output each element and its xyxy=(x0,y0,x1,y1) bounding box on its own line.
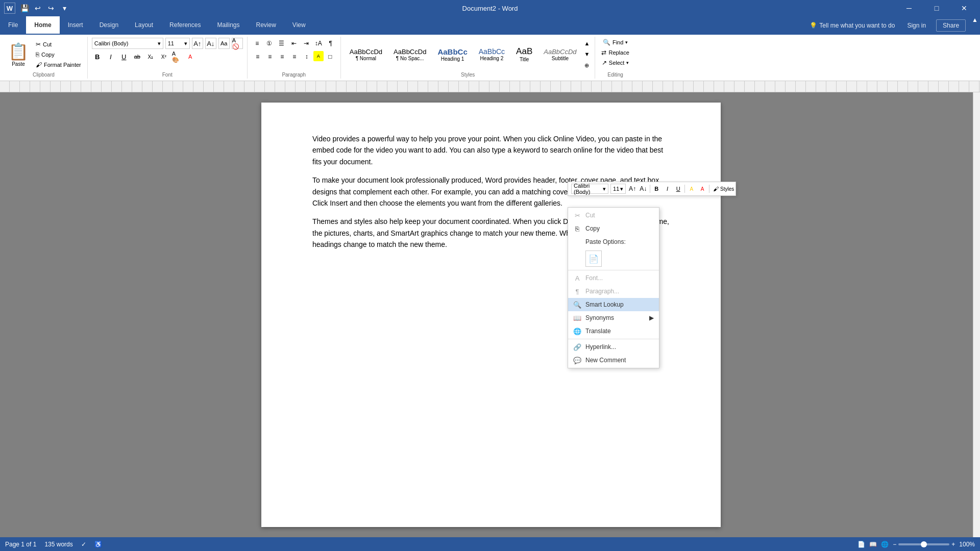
superscript-button[interactable]: X² xyxy=(158,51,169,62)
font-color-button[interactable]: A xyxy=(185,51,196,62)
mini-bold[interactable]: B xyxy=(652,184,661,194)
multilevel-button[interactable]: ☰ xyxy=(276,38,287,49)
style-heading1[interactable]: AaBbCc Heading 1 xyxy=(433,45,472,64)
replace-button[interactable]: ⇄ Replace xyxy=(599,48,631,57)
save-qat-button[interactable]: 💾 xyxy=(18,2,31,14)
highlight-button[interactable]: A🎨 xyxy=(172,51,183,62)
sign-in-button[interactable]: Sign in xyxy=(901,16,932,35)
ribbon-collapse-button[interactable]: ▲ xyxy=(970,16,980,35)
font-name-selector[interactable]: Calibri (Body) ▾ xyxy=(92,38,163,49)
cut-button[interactable]: ✂ Cut xyxy=(34,40,83,49)
zoom-out-button[interactable]: − xyxy=(893,541,896,548)
styles-scroll-up[interactable]: ▲ xyxy=(583,39,591,47)
ctx-paragraph[interactable]: ¶ Paragraph... xyxy=(568,285,659,298)
zoom-in-button[interactable]: + xyxy=(951,541,955,548)
tab-file[interactable]: File xyxy=(0,16,26,35)
align-right-button[interactable]: ≡ xyxy=(277,51,288,62)
tab-references[interactable]: References xyxy=(161,16,209,35)
replace-label: Replace xyxy=(608,49,629,56)
zoom-slider[interactable] xyxy=(898,543,949,545)
style-heading2[interactable]: AaBbCc Heading 2 xyxy=(474,45,509,64)
mini-font-size[interactable]: 11 ▾ xyxy=(610,184,626,194)
ctx-new-comment[interactable]: 💬 New Comment xyxy=(568,354,659,367)
style-no-space[interactable]: AaBbCcDd ¶ No Spac... xyxy=(389,45,431,64)
shading-button[interactable]: A xyxy=(313,51,324,61)
mini-increase-font[interactable]: A↑ xyxy=(628,184,636,194)
style-normal[interactable]: AaBbCcDd ¶ Normal xyxy=(345,45,387,64)
styles-more-button[interactable]: ⊕ xyxy=(583,61,591,70)
increase-font-button[interactable]: A↑ xyxy=(192,38,203,49)
mini-font-color[interactable]: A xyxy=(698,184,706,194)
editing-group: 🔍 Find ▾ ⇄ Replace ↗ Select ▾ Editing xyxy=(595,37,635,79)
decrease-font-button[interactable]: A↓ xyxy=(205,38,216,49)
tab-home[interactable]: Home xyxy=(26,16,59,35)
tab-layout[interactable]: Layout xyxy=(127,16,161,35)
tab-insert[interactable]: Insert xyxy=(60,16,91,35)
style-title[interactable]: AaB Title xyxy=(511,44,537,65)
mini-font-name[interactable]: Calibri (Body) ▾ xyxy=(571,184,608,194)
subscript-button[interactable]: X₂ xyxy=(145,51,156,62)
font-size-selector[interactable]: 11 ▾ xyxy=(165,38,190,49)
borders-button[interactable]: □ xyxy=(325,51,336,62)
find-label: Find xyxy=(612,39,623,45)
ctx-smart-lookup[interactable]: 🔍 Smart Lookup xyxy=(568,298,659,311)
format-painter-button[interactable]: 🖌 Format Painter xyxy=(34,60,83,69)
bullets-button[interactable]: ≡ xyxy=(252,38,263,49)
ctx-copy[interactable]: ⎘ Copy xyxy=(568,222,659,235)
ctx-synonyms[interactable]: 📖 Synonyms ▶ xyxy=(568,311,659,324)
ctx-paragraph-label: Paragraph... xyxy=(585,288,619,295)
ctx-new-comment-label: New Comment xyxy=(585,357,626,364)
italic-button[interactable]: I xyxy=(105,51,116,62)
close-button[interactable]: ✕ xyxy=(952,0,976,16)
paste-button[interactable]: 📋 Paste xyxy=(4,41,33,68)
underline-button[interactable]: U xyxy=(118,51,130,62)
undo-qat-button[interactable]: ↩ xyxy=(32,2,44,14)
layout-web-icon[interactable]: 🌐 xyxy=(881,541,889,548)
show-para-button[interactable]: ¶ xyxy=(325,38,336,49)
line-spacing-button[interactable]: ↕ xyxy=(301,51,312,62)
tab-review[interactable]: Review xyxy=(248,16,284,35)
align-center-button[interactable]: ≡ xyxy=(264,51,276,62)
bold-button[interactable]: B xyxy=(92,51,103,62)
layout-normal-icon[interactable]: 📄 xyxy=(857,541,865,548)
select-button[interactable]: ↗ Select ▾ xyxy=(600,58,631,67)
mini-italic[interactable]: I xyxy=(663,184,672,194)
share-button[interactable]: Share xyxy=(936,19,966,32)
tell-me-box[interactable]: 💡 Tell me what you want to do xyxy=(803,16,901,35)
mini-underline[interactable]: U xyxy=(674,184,682,194)
increase-indent-button[interactable]: ⇥ xyxy=(301,38,312,49)
minimize-button[interactable]: ─ xyxy=(897,0,921,16)
redo-qat-button[interactable]: ↪ xyxy=(45,2,57,14)
mini-decrease-font[interactable]: A↓ xyxy=(639,184,648,194)
right-scrollbar[interactable] xyxy=(973,92,980,537)
tab-mailings[interactable]: Mailings xyxy=(209,16,248,35)
copy-button[interactable]: ⎘ Copy xyxy=(34,50,83,59)
tab-design[interactable]: Design xyxy=(91,16,127,35)
ctx-translate[interactable]: 🌐 Translate xyxy=(568,324,659,338)
maximize-button[interactable]: □ xyxy=(925,0,948,16)
qat-dropdown-button[interactable]: ▾ xyxy=(58,2,70,14)
style-subtitle[interactable]: AaBbCcDd Subtitle xyxy=(539,45,581,64)
styles-scroll-down[interactable]: ▼ xyxy=(583,50,591,58)
tab-view[interactable]: View xyxy=(284,16,314,35)
align-left-button[interactable]: ≡ xyxy=(252,51,263,62)
mini-highlight[interactable]: A xyxy=(687,184,696,194)
numbering-button[interactable]: ① xyxy=(264,38,275,49)
mini-format-painter[interactable]: 🖌 xyxy=(711,184,720,194)
justify-button[interactable]: ≡ xyxy=(289,51,300,62)
decrease-indent-button[interactable]: ⇤ xyxy=(288,38,300,49)
font-group: Calibri (Body) ▾ 11 ▾ A↑ A↓ Aa A🚫 B I U xyxy=(88,37,248,79)
layout-reading-icon[interactable]: 📖 xyxy=(869,541,877,548)
clear-formatting-button[interactable]: A🚫 xyxy=(232,38,243,49)
accessibility-icon[interactable]: ♿ xyxy=(94,541,102,548)
mini-styles[interactable]: Styles xyxy=(722,184,732,194)
ctx-cut[interactable]: ✂ Cut xyxy=(568,209,659,222)
sort-button[interactable]: ↕A xyxy=(313,38,324,49)
ctx-font[interactable]: A Font... xyxy=(568,271,659,285)
paste-keep-source[interactable]: 📄 xyxy=(585,251,602,267)
find-button[interactable]: 🔍 Find ▾ xyxy=(601,38,630,47)
ctx-hyperlink[interactable]: 🔗 Hyperlink... xyxy=(568,340,659,354)
spell-check-icon[interactable]: ✓ xyxy=(81,541,86,548)
strikethrough-button[interactable]: ab xyxy=(132,51,143,62)
change-case-button[interactable]: Aa xyxy=(218,38,230,49)
